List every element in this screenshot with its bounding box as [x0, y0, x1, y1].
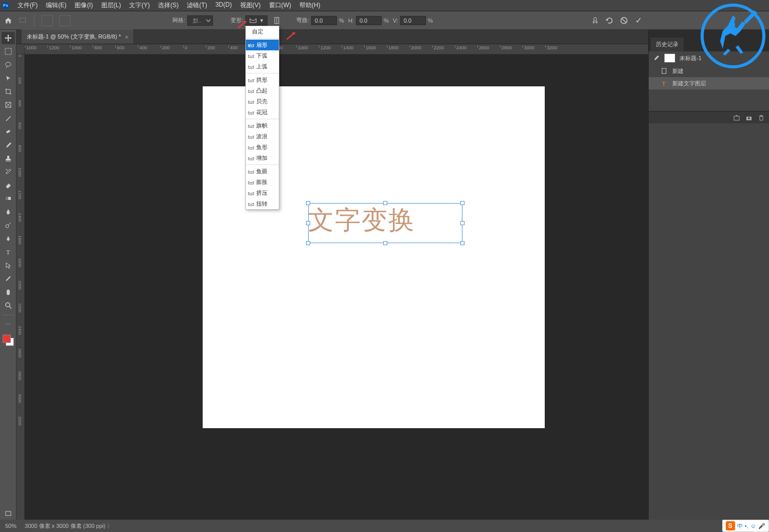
camera-icon[interactable] [745, 114, 753, 121]
close-icon[interactable]: × [125, 34, 128, 40]
menu-文件[interactable]: 文件(F) [13, 0, 42, 11]
trash-icon[interactable] [758, 114, 765, 121]
blur-tool[interactable] [2, 206, 15, 218]
reset-icon[interactable] [604, 15, 615, 26]
commit-icon[interactable]: ✓ [633, 15, 643, 26]
warp-option[interactable]: 膨胀 [246, 177, 279, 188]
zoom-tool[interactable] [2, 299, 15, 311]
warp-shape-icon [248, 145, 254, 150]
warp-option[interactable]: 鱼眼 [246, 166, 279, 177]
frame-tool[interactable] [2, 99, 15, 111]
handle-bc[interactable] [383, 241, 387, 245]
warp-option[interactable]: 挤压 [246, 188, 279, 198]
eyedropper-tool[interactable] [2, 112, 15, 124]
cancel-icon[interactable] [619, 15, 629, 26]
screen-mode-icon[interactable] [2, 507, 15, 520]
menu-图像[interactable]: 图像(I) [70, 0, 97, 11]
history-item-text-layer[interactable]: T 新建文字图层 [649, 77, 769, 89]
color-swatch[interactable] [3, 335, 14, 346]
history-item-label: 新建 [672, 67, 684, 75]
foreground-color[interactable] [3, 335, 11, 343]
shape-tool[interactable] [2, 272, 15, 285]
pen-tool[interactable] [2, 232, 15, 245]
orientation-icon[interactable] [272, 15, 282, 26]
move-tool[interactable] [2, 32, 15, 44]
menu-视图[interactable]: 视图(V) [236, 0, 265, 11]
ime-bar[interactable]: S 中 •, ☺ 🎤 [722, 520, 769, 532]
text-transform-box[interactable]: 文字变换 [308, 203, 462, 243]
warp-option[interactable]: 花冠 [246, 107, 279, 118]
warp-option[interactable]: 凸起 [246, 85, 279, 96]
marquee-tool[interactable] [2, 45, 15, 58]
h-input[interactable] [356, 16, 382, 25]
warp-option[interactable]: 波浪 [246, 131, 279, 142]
menu-滤镜[interactable]: 滤镜(T) [183, 0, 211, 11]
menu-窗口[interactable]: 窗口(W) [265, 0, 295, 11]
menu-选择[interactable]: 选择(S) [154, 0, 183, 11]
zoom-level[interactable]: 50% [5, 523, 16, 529]
warp-custom[interactable]: 自定 [246, 26, 279, 37]
v-input[interactable] [400, 16, 426, 25]
option-icon-2[interactable] [59, 15, 70, 26]
warp-option[interactable]: 旗帜 [246, 120, 279, 131]
document-tab[interactable]: 未标题-1 @ 50% (文字变换, RGB/8) * × [22, 29, 133, 44]
warp-option[interactable]: 扇形 [246, 40, 279, 50]
warp-option[interactable]: 贝壳 [246, 96, 279, 107]
handle-tr[interactable] [460, 201, 464, 205]
warp-option[interactable]: 扭转 [246, 198, 279, 209]
gradient-tool[interactable] [2, 192, 15, 205]
home-icon[interactable] [3, 15, 13, 26]
ime-mic-icon[interactable]: 🎤 [758, 523, 765, 529]
history-brush-tool[interactable] [2, 166, 15, 178]
svg-point-27 [729, 21, 735, 28]
handle-tl[interactable] [306, 201, 310, 205]
warp-option[interactable]: 上弧 [246, 61, 279, 72]
handle-bl[interactable] [306, 241, 310, 245]
grid-select[interactable]: 默... [187, 15, 213, 26]
new-snapshot-icon[interactable] [733, 114, 740, 121]
heal-tool[interactable] [2, 125, 15, 138]
warp-option[interactable]: 增加 [246, 153, 279, 163]
warp-mesh-icon[interactable] [590, 15, 600, 26]
ime-emoji-icon[interactable]: ☺ [750, 523, 756, 529]
ime-lang[interactable]: 中 [737, 522, 743, 530]
option-icon-1[interactable] [42, 15, 53, 26]
history-tab[interactable]: 历史记录 [651, 38, 684, 51]
type-tool[interactable]: T [2, 246, 15, 258]
menu-编辑[interactable]: 编辑(E) [42, 0, 70, 11]
menu-图层[interactable]: 图层(L) [97, 0, 126, 11]
warp-shape-icon [248, 156, 254, 161]
menu-帮助[interactable]: 帮助(H) [295, 0, 325, 11]
dodge-tool[interactable] [2, 219, 15, 231]
stamp-tool[interactable] [2, 152, 15, 164]
ime-punct[interactable]: •, [745, 523, 748, 529]
svg-point-3 [594, 17, 597, 21]
canvas-area[interactable]: 文字变换 [25, 54, 648, 520]
bend-input[interactable] [311, 16, 337, 25]
handle-tc[interactable] [383, 201, 387, 205]
ime-logo-icon[interactable]: S [726, 521, 735, 530]
warp-option[interactable]: 鱼形 [246, 142, 279, 153]
h-label: H: [348, 17, 354, 24]
right-panel: 历史记录 未标题-1 新建 T 新建文字图层 [648, 30, 769, 520]
crop-tool[interactable] [2, 85, 15, 98]
doc-info[interactable]: 3000 像素 x 3000 像素 (300 ppi) 〉 [25, 522, 113, 530]
path-select-tool[interactable] [2, 259, 15, 271]
svg-text:T: T [662, 80, 666, 86]
hand-tool[interactable] [2, 286, 15, 298]
frame-icon[interactable] [17, 15, 28, 26]
quick-select-tool[interactable] [2, 72, 15, 84]
warp-option[interactable]: 拱形 [246, 75, 279, 85]
svg-rect-23 [734, 116, 739, 120]
eraser-tool[interactable] [2, 179, 15, 191]
warp-option[interactable]: 下弧 [246, 50, 279, 61]
edit-toolbar[interactable]: ⋯ [2, 318, 15, 331]
lasso-tool[interactable] [2, 59, 15, 71]
handle-br[interactable] [460, 241, 464, 245]
menu-文字[interactable]: 文字(Y) [125, 0, 154, 11]
warp-shape-icon [248, 180, 254, 185]
handle-ml[interactable] [306, 221, 310, 225]
handle-mr[interactable] [460, 221, 464, 225]
menu-3D[interactable]: 3D(D) [211, 0, 236, 11]
brush-tool[interactable] [2, 139, 15, 151]
